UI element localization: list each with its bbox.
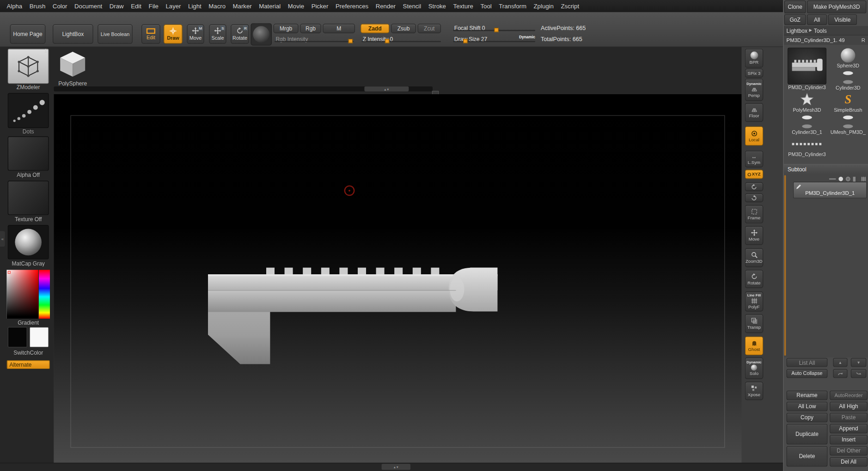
all-low-button[interactable]: All Low [787, 402, 828, 411]
canvas-hscroll-bottom-handle[interactable]: ▴ ▾ [382, 464, 410, 470]
focal-shift-slider[interactable]: Focal Shift 0 [452, 23, 536, 32]
rgb-intensity-handle[interactable] [348, 39, 353, 43]
focal-shift-handle[interactable] [494, 28, 499, 32]
tool-item-sphere3d[interactable] [830, 48, 866, 63]
del-other-button[interactable]: Del Other [830, 446, 868, 455]
lightbox-crumb[interactable]: Lightbox [787, 27, 807, 33]
menu-brush[interactable]: Brush [30, 3, 46, 9]
material-preview[interactable] [251, 23, 272, 45]
move-view-button[interactable]: Move [745, 226, 764, 245]
tool-item-cylinder3d-1[interactable] [788, 114, 826, 130]
tool-item-simplebrush[interactable]: S [830, 92, 866, 108]
move-subtool-up-button[interactable]: ▲ [833, 358, 847, 367]
menu-light[interactable]: Light [188, 3, 202, 9]
goz-all-button[interactable]: All [807, 14, 827, 25]
menu-layer[interactable]: Layer [165, 3, 181, 9]
menu-movie[interactable]: Movie [288, 3, 304, 9]
z-intensity-slider[interactable]: Z Intensity 0 [361, 34, 442, 43]
menu-texture[interactable]: Texture [453, 3, 473, 9]
spix-slider[interactable]: SPix 3 [745, 69, 764, 78]
goz-visible-button[interactable]: Visible [828, 14, 857, 25]
copy-button[interactable]: Copy [787, 413, 828, 422]
tool-item-pm3d-cylinder3[interactable] [788, 136, 826, 152]
canvas-hscroll-top-handle[interactable]: ▴ ▾ [364, 86, 409, 91]
texture-thumbnail[interactable] [8, 181, 49, 215]
local-button[interactable]: Local [745, 127, 764, 146]
menu-document[interactable]: Document [74, 3, 102, 9]
zcut-button[interactable]: Zcut [418, 24, 441, 33]
subtool-scrollbar[interactable] [784, 175, 786, 356]
rgb-intensity-slider[interactable]: Rgb Intensity [274, 34, 355, 43]
autoreorder-button[interactable]: AutoReorder [830, 391, 868, 400]
shift-down-button[interactable] [851, 369, 867, 378]
scale-button[interactable]: Scale S [209, 24, 226, 44]
menu-stroke[interactable]: Stroke [428, 3, 446, 9]
menu-edit[interactable]: Edit [131, 3, 141, 9]
zadd-button[interactable]: Zadd [361, 24, 389, 33]
rotate-button[interactable]: Rotate R [231, 24, 249, 44]
grid-small-icon[interactable] [861, 176, 866, 182]
draw-size-handle[interactable] [463, 39, 468, 43]
duplicate-button[interactable]: Duplicate [787, 424, 828, 444]
all-high-button[interactable]: All High [830, 402, 868, 411]
lsym-button[interactable]: ↔ L.Sym [745, 151, 764, 167]
rgb-button[interactable]: Rgb [300, 24, 321, 33]
linefill-polyf-button[interactable]: Line Fill PolyF [745, 291, 764, 311]
subtool-item[interactable]: PM3D_Cylinder3D_1 [793, 182, 867, 199]
secondary-color-swatch[interactable] [30, 327, 49, 347]
gray-dot-icon[interactable] [846, 177, 850, 181]
paste-button[interactable]: Paste [830, 413, 868, 422]
menu-draw[interactable]: Draw [110, 3, 124, 9]
append-button[interactable]: Append [830, 424, 868, 433]
main-color-swatch[interactable] [8, 327, 27, 347]
dynamic-persp-button[interactable]: Dynamic Persp [745, 78, 764, 101]
frame-button[interactable]: Frame [745, 205, 764, 223]
alternate-button[interactable]: Alternate [6, 360, 50, 369]
lightbox-button[interactable]: LightBox [53, 24, 93, 44]
transp-button[interactable]: Transp [745, 314, 764, 333]
edit-button[interactable]: Edit [141, 24, 160, 44]
white-dot-icon[interactable] [838, 177, 843, 181]
lightbox-tools-bar[interactable]: Lightbox ▶ Tools [784, 26, 868, 35]
pen-icon[interactable] [795, 184, 801, 190]
mrgb-button[interactable]: Mrgb [274, 24, 299, 33]
left-tray-divider-handle[interactable]: « [0, 231, 5, 247]
home-page-button[interactable]: Home Page [10, 24, 46, 44]
floor-button[interactable]: Floor [745, 103, 764, 122]
r-button[interactable]: R [862, 37, 865, 43]
draw-size-slider[interactable]: Draw Size 27 Dynamic [452, 34, 536, 43]
subtool-section-header[interactable]: Subtool [784, 164, 868, 173]
menu-alpha[interactable]: Alpha [6, 3, 22, 9]
alpha-thumbnail[interactable] [8, 136, 49, 170]
clone-button[interactable]: Clone [784, 0, 806, 13]
move-subtool-down-button[interactable]: ▼ [851, 358, 867, 367]
rotate-lock-2-button[interactable] [745, 193, 764, 202]
move-button[interactable]: Move M [187, 24, 204, 44]
xyz-button[interactable]: XYZ [745, 169, 764, 179]
ghost-button[interactable]: Ghost [745, 336, 764, 355]
make-polymesh3d-button[interactable]: Make PolyMesh3D [807, 0, 866, 13]
xpose-button[interactable]: Xpose [745, 382, 764, 400]
insert-button[interactable]: Insert [830, 435, 868, 444]
stroke-thumbnail[interactable] [8, 93, 49, 128]
tool-item-polymesh3d[interactable] [788, 92, 826, 108]
current-tool-thumbnail[interactable] [788, 48, 826, 84]
half-tone-icon[interactable] [853, 176, 858, 181]
menu-render[interactable]: Render [376, 3, 396, 9]
menu-stencil[interactable]: Stencil [403, 3, 422, 9]
menu-material[interactable]: Material [259, 3, 281, 9]
rotate-lock-1-button[interactable] [745, 182, 764, 191]
material-thumbnail[interactable] [8, 225, 49, 259]
menu-file[interactable]: File [149, 3, 159, 9]
delete-button[interactable]: Delete [787, 446, 828, 466]
dynamic-solo-button[interactable]: Dynamic Solo [745, 357, 764, 379]
viewport[interactable] [54, 94, 741, 463]
m-button[interactable]: M [323, 24, 355, 33]
list-all-button[interactable]: List All [787, 358, 828, 367]
color-picker[interactable] [6, 270, 38, 319]
menu-preferences[interactable]: Preferences [336, 3, 368, 9]
quickpick-polysphere[interactable] [55, 48, 90, 80]
menu-zplugin[interactable]: Zplugin [534, 3, 554, 9]
zsub-button[interactable]: Zsub [391, 24, 416, 33]
slider-icon[interactable] [829, 178, 836, 179]
